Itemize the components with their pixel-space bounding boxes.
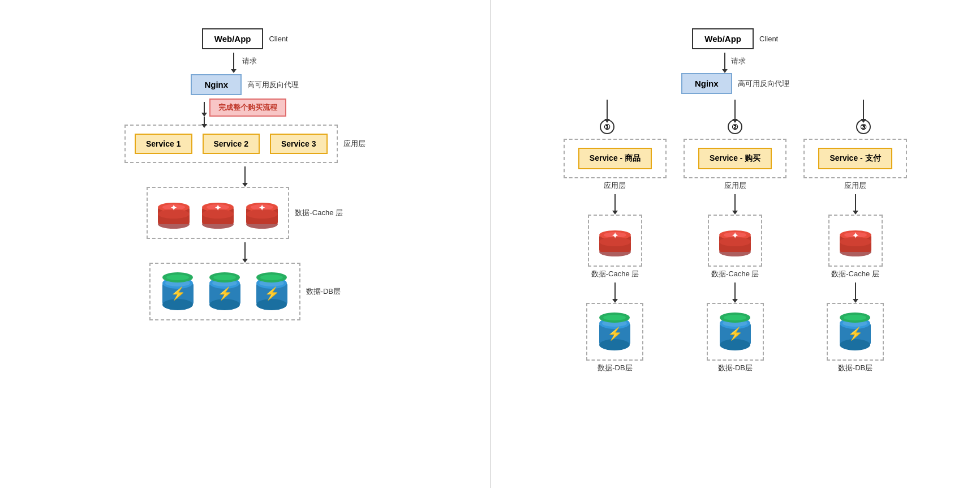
nginx-box: Nginx — [191, 74, 242, 95]
svg-text:⚡: ⚡ — [848, 326, 863, 341]
c3-app-label: 应用层 — [844, 181, 866, 191]
svg-text:✦: ✦ — [852, 231, 859, 240]
r-nginx-label: 高可用反向代理 — [738, 79, 789, 89]
service3-box: Service 3 — [270, 134, 328, 154]
c1-db: ⚡ — [596, 312, 633, 352]
arrow2 — [204, 102, 205, 113]
db-icon-1: ⚡ — [160, 272, 196, 311]
svg-text:⚡: ⚡ — [607, 326, 623, 341]
svg-point-30 — [209, 299, 240, 310]
svg-text:⚡: ⚡ — [217, 286, 233, 301]
left-diagram: Web/App Client 请求 Nginx 高可用反向代理 完成整个购买流程 — [11, 17, 479, 320]
r-arrow-branch2 — [734, 100, 736, 119]
svg-point-65 — [720, 339, 750, 350]
c3-cache-label: 数据-Cache 层 — [831, 269, 879, 279]
svg-point-79 — [840, 339, 870, 350]
c1-service-box: Service - 商品 — [578, 148, 652, 169]
c3-redis: ✦ — [839, 224, 872, 258]
client-label: Client — [269, 35, 287, 43]
services-container: Service 1 Service 2 Service 3 — [124, 125, 338, 163]
webapp-box: Web/App — [202, 28, 264, 49]
left-section: Web/App Client 请求 Nginx 高可用反向代理 完成整个购买流程 — [0, 0, 490, 488]
c3-arrow1 — [855, 194, 856, 211]
arrow1 — [233, 53, 234, 70]
arrow3 — [244, 166, 246, 183]
r-client-label: Client — [759, 35, 778, 43]
c1-arrow2 — [614, 282, 616, 299]
r-arrow-branch1 — [607, 100, 608, 119]
c1-cache-label: 数据-Cache 层 — [591, 269, 639, 279]
svg-text:✦: ✦ — [214, 203, 221, 212]
r-nginx-box: Nginx — [681, 73, 732, 94]
c1-cache-container: ✦ — [588, 215, 642, 267]
r-webapp-box: Web/App — [692, 28, 754, 49]
c3-service-box: Service - 支付 — [818, 148, 892, 169]
right-diagram: Web/App Client 请求 Nginx 高可用反向代理 ① — [502, 17, 969, 373]
svg-point-27 — [166, 275, 189, 280]
c2-db-container: ⚡ — [707, 303, 764, 361]
r-arrow1 — [724, 53, 725, 70]
client-row: Web/App Client — [202, 28, 288, 49]
c1-db-container: ⚡ — [586, 303, 643, 361]
svg-point-83 — [844, 315, 866, 320]
svg-point-23 — [162, 299, 193, 310]
svg-point-37 — [256, 299, 287, 310]
c2-arrow2 — [734, 282, 736, 299]
r-request-label: 请求 — [731, 56, 746, 66]
c2-service-container: Service - 购买 — [684, 139, 786, 178]
svg-text:⚡: ⚡ — [170, 286, 186, 301]
svg-point-51 — [599, 339, 630, 350]
col3: Service - 支付 应用层 ✦ 数据-Cache 层 — [803, 139, 906, 373]
redis-icon-2: ✦ — [201, 196, 235, 230]
db-layer-label: 数据-DB层 — [306, 286, 341, 297]
r-arrow-branch3 — [863, 100, 864, 119]
svg-point-55 — [603, 315, 626, 320]
svg-point-69 — [724, 315, 746, 320]
nginx-label: 高可用反向代理 — [247, 80, 299, 90]
svg-point-41 — [260, 275, 283, 280]
c1-app-label: 应用层 — [604, 181, 626, 191]
c3-db-container: ⚡ — [827, 303, 884, 361]
db-container: ⚡ ⚡ — [149, 263, 300, 320]
c2-cache-container: ✦ — [708, 215, 762, 267]
request-row: 请求 — [233, 53, 257, 70]
cache-container: ✦ ✦ — [147, 187, 289, 239]
c2-db: ⚡ — [717, 312, 754, 352]
c1-db-label: 数据-DB层 — [598, 363, 632, 373]
right-section: Web/App Client 请求 Nginx 高可用反向代理 ① — [491, 0, 981, 488]
c3-service-container: Service - 支付 — [803, 139, 906, 178]
svg-text:✦: ✦ — [259, 203, 265, 212]
c1-redis: ✦ — [598, 224, 632, 258]
complete-label: 完成整个购买流程 — [209, 99, 286, 117]
svg-text:✦: ✦ — [612, 231, 618, 240]
svg-text:⚡: ⚡ — [264, 286, 280, 301]
r-nginx-row: Nginx 高可用反向代理 — [681, 73, 789, 94]
c3-cache-container: ✦ — [828, 215, 883, 267]
c3-arrow2 — [855, 282, 856, 299]
service2-box: Service 2 — [203, 134, 260, 154]
svg-text:⚡: ⚡ — [727, 326, 743, 341]
db-icon-2: ⚡ — [207, 272, 243, 311]
c2-app-label: 应用层 — [724, 181, 746, 191]
c2-cache-label: 数据-Cache 层 — [711, 269, 759, 279]
c2-arrow1 — [734, 194, 736, 211]
r-client-row: Web/App Client — [692, 28, 778, 49]
c3-db: ⚡ — [837, 312, 874, 352]
nginx-row: Nginx 高可用反向代理 — [191, 74, 299, 95]
arrow4 — [244, 242, 246, 259]
service1-box: Service 1 — [135, 134, 192, 154]
request-label: 请求 — [242, 56, 257, 66]
c2-db-label: 数据-DB层 — [718, 363, 753, 373]
cache-layer-label: 数据-Cache 层 — [295, 208, 343, 218]
c1-arrow1 — [614, 194, 616, 211]
svg-text:✦: ✦ — [732, 231, 738, 240]
c2-service-box: Service - 购买 — [698, 148, 772, 169]
c2-redis: ✦ — [718, 224, 752, 258]
svg-point-34 — [213, 275, 236, 280]
col1: Service - 商品 应用层 ✦ 数据-Cache 层 — [564, 139, 667, 373]
app-layer-label: 应用层 — [343, 139, 366, 149]
redis-icon-3: ✦ — [245, 196, 279, 230]
svg-text:✦: ✦ — [170, 203, 177, 212]
redis-icon-1: ✦ — [157, 196, 191, 230]
c3-db-label: 数据-DB层 — [838, 363, 872, 373]
